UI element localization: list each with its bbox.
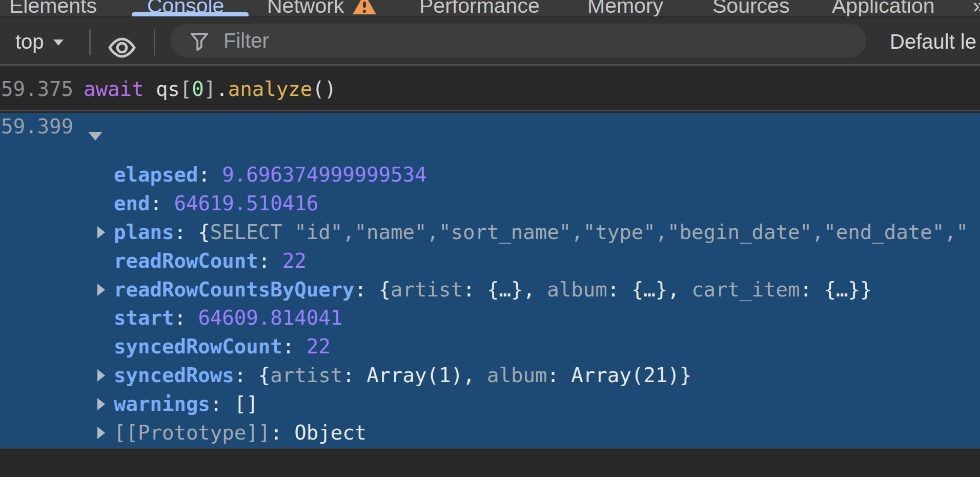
property-key: readRowCount	[114, 249, 258, 272]
text-segment: Array(1)	[366, 364, 463, 387]
text-segment: :	[547, 364, 571, 387]
property-colon: :	[174, 221, 198, 244]
filter-field[interactable]	[170, 24, 866, 57]
chevron-down-icon[interactable]	[53, 39, 64, 46]
text-segment: await	[84, 77, 144, 101]
property-colon: :	[174, 306, 198, 329]
text-segment: :	[342, 364, 366, 387]
property-key: start	[114, 306, 174, 329]
property-value: 9.696374999999534	[222, 163, 426, 186]
text-segment: {	[258, 364, 270, 387]
property-row-readRowCount[interactable]: readRowCount: 22	[0, 247, 980, 275]
text-segment: artist	[391, 278, 463, 301]
property-value: {SELECT "id","name","sort_name","type","…	[198, 221, 968, 244]
triangle-right-expander-icon[interactable]	[97, 226, 105, 239]
text-segment: ]	[204, 77, 216, 101]
text-segment: {	[198, 221, 210, 244]
property-key: warnings	[114, 392, 210, 415]
property-value: 64619.510416	[174, 192, 318, 215]
warning-exclamation-dot	[363, 10, 366, 13]
property-key: end	[114, 192, 150, 215]
object-preview-line-1: {warnings: Array(0), syncedRows: {…}, sy…	[110, 115, 980, 138]
property-colon: :	[150, 192, 174, 215]
property-value: 22	[307, 335, 331, 358]
tab-network[interactable]: Network	[267, 0, 344, 17]
text-segment: cart_item	[691, 278, 800, 301]
text-segment: 0	[192, 77, 203, 101]
command-timestamp: 59.375	[1, 67, 73, 111]
property-row-end[interactable]: end: 64619.510416	[0, 189, 980, 218]
text-segment: 22	[307, 335, 331, 358]
property-key: readRowCountsByQuery	[114, 278, 355, 301]
network-warning-icon	[353, 0, 376, 14]
property-key: [[Prototype]]	[114, 421, 270, 444]
devtools-tab-bar: ElementsConsoleNetworkPerformanceMemoryS…	[0, 0, 980, 17]
property-value: Object	[294, 421, 366, 444]
property-colon: :	[198, 163, 222, 186]
filter-input[interactable]	[223, 24, 839, 57]
property-row-Prototype[interactable]: [[Prototype]]: Object	[0, 419, 980, 447]
toolbar-divider	[89, 29, 91, 55]
property-colon: :	[258, 249, 282, 272]
warning-exclamation-mark	[363, 2, 366, 8]
text-segment: {…}	[487, 278, 523, 301]
property-value: {artist: Array(1), album: Array(21)}	[258, 364, 691, 387]
text-segment: ,	[523, 278, 547, 301]
text-segment: []	[234, 392, 258, 415]
execution-context-selector[interactable]: top	[15, 17, 44, 66]
property-row-syncedRows[interactable]: syncedRows: {artist: Array(1), album: Ar…	[0, 361, 980, 390]
text-segment: {…}	[631, 278, 667, 301]
text-segment: qs	[156, 77, 180, 101]
text-segment: ()	[312, 77, 336, 101]
text-segment: Array(21)}	[571, 364, 691, 387]
triangle-right-expander-icon[interactable]	[97, 284, 105, 296]
tab-sources[interactable]: Sources	[712, 0, 789, 17]
property-row-warnings[interactable]: warnings: []	[0, 390, 980, 419]
triangle-right-expander-icon[interactable]	[97, 369, 105, 382]
property-value: {artist: {…}, album: {…}, cart_item: {…}…	[379, 278, 872, 301]
property-row-start[interactable]: start: 64609.814041	[0, 304, 980, 332]
object-property-tree: elapsed: 9.696374999999534end: 64619.510…	[0, 161, 980, 447]
text-segment: 64619.510416	[174, 192, 318, 215]
text-segment: {…}}	[824, 278, 872, 301]
property-colon: :	[355, 278, 379, 301]
property-row-syncedRowCount[interactable]: syncedRowCount: 22	[0, 332, 980, 361]
more-tabs-chevron-icon[interactable]: »	[973, 0, 980, 17]
console-toolbar: top Default le	[0, 17, 980, 66]
text-segment: artist	[270, 364, 342, 387]
text-segment: :	[463, 278, 487, 301]
property-colon: :	[234, 364, 258, 387]
command-code: await qs[0].analyze()	[84, 67, 336, 111]
console-result-message[interactable]: 59.399 {warnings: Array(0), syncedRows: …	[0, 113, 980, 448]
text-segment: 9.696374999999534	[222, 163, 426, 186]
active-tab-indicator	[132, 12, 249, 16]
log-levels-dropdown[interactable]: Default le	[890, 17, 976, 66]
property-row-elapsed[interactable]: elapsed: 9.696374999999534	[0, 161, 980, 189]
property-key: elapsed	[114, 163, 198, 186]
property-key: plans	[114, 221, 174, 244]
property-key: syncedRowCount	[114, 335, 282, 358]
property-value: 22	[282, 249, 307, 272]
text-segment: {	[379, 278, 391, 301]
triangle-right-expander-icon[interactable]	[97, 427, 105, 439]
property-row-readRowCountsByQuery[interactable]: readRowCountsByQuery: {artist: {…}, albu…	[0, 275, 980, 304]
triangle-down-expander-icon[interactable]	[88, 132, 103, 141]
text-segment: .	[216, 77, 228, 101]
filter-funnel-icon	[189, 30, 210, 54]
property-row-plans[interactable]: plans: {SELECT "id","name","sort_name","…	[0, 218, 980, 247]
text-segment: album	[547, 278, 607, 301]
result-timestamp: 59.399	[1, 115, 73, 138]
text-segment: 22	[282, 249, 307, 272]
triangle-right-expander-icon[interactable]	[97, 398, 105, 410]
property-colon: :	[210, 392, 234, 415]
tab-elements[interactable]: Elements	[9, 0, 97, 17]
live-expression-eye-icon[interactable]	[106, 35, 138, 62]
text-segment	[144, 77, 155, 101]
tab-memory[interactable]: Memory	[587, 0, 663, 17]
tab-performance[interactable]: Performance	[419, 0, 540, 17]
tab-application[interactable]: Application	[832, 0, 935, 17]
property-colon: :	[282, 335, 307, 358]
text-segment: [	[180, 77, 192, 101]
text-segment: album	[487, 364, 547, 387]
console-prompt-area[interactable]	[0, 448, 980, 477]
